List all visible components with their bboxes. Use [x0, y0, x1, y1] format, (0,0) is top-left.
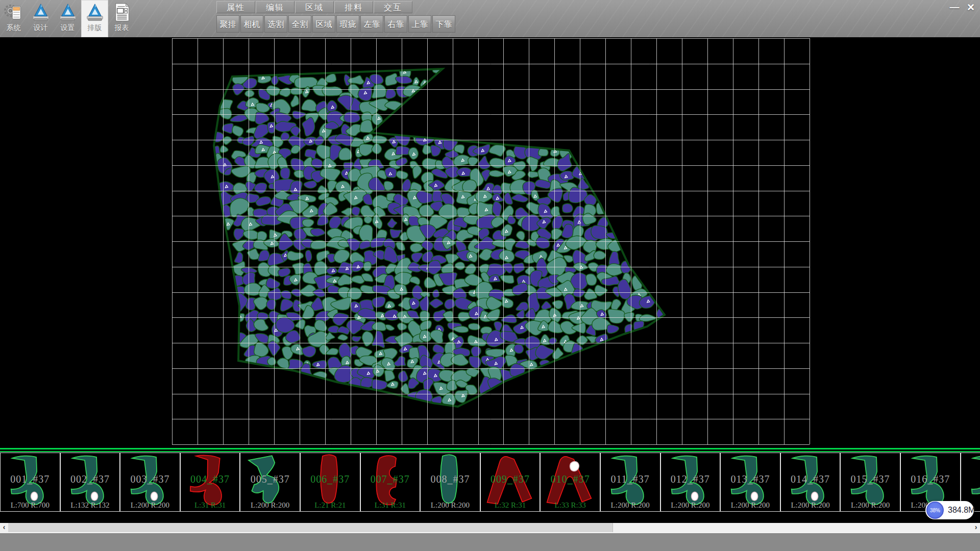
app-tab[interactable]: 设计: [27, 0, 54, 37]
settings-icon: [58, 1, 78, 23]
thumbnail-lr: L:200 R:200: [841, 501, 900, 510]
app-tab[interactable]: 设置: [54, 0, 81, 37]
thumbnail-cell[interactable]: 005_#37L:200 R:200: [240, 453, 300, 512]
thumbnail-lr: L:200 R:200: [240, 501, 300, 510]
thumbnail-lr: L:200 R:200: [421, 501, 480, 510]
horizontal-scrollbar[interactable]: ‹ ›: [0, 523, 980, 532]
app-tab-label: 设置: [61, 23, 75, 33]
thumbnail-label: 004_#37: [181, 473, 240, 485]
memory-percent: 38%: [930, 508, 940, 513]
report-icon: [112, 1, 132, 23]
window-controls: — ✕: [946, 1, 979, 14]
close-icon: ✕: [967, 2, 975, 13]
toolbar-button[interactable]: 聚排: [216, 15, 239, 33]
thumbnail-lr: L:132 R:132: [61, 501, 120, 510]
nesting-icon: [85, 1, 105, 23]
thumbnail-cell[interactable]: 011_#37L:200 R:200: [600, 453, 660, 512]
toolbar-button[interactable]: 区域: [312, 15, 335, 33]
close-button[interactable]: ✕: [963, 1, 979, 14]
thumbnail-cell[interactable]: 012_#37L:200 R:200: [660, 453, 721, 512]
thumbnail-cell[interactable]: 004_#37L:31 R:31: [180, 453, 240, 512]
nest-canvas[interactable]: [0, 37, 980, 448]
app-tab-label: 报表: [115, 23, 129, 33]
thumbnail-cell[interactable]: 002_#37L:132 R:132: [60, 453, 120, 512]
scrollbar-thumb[interactable]: [612, 523, 972, 532]
toolbar-button[interactable]: 左靠: [360, 15, 383, 33]
toolbar-button[interactable]: 相机: [240, 15, 263, 33]
thumbnail-label: 011_#37: [601, 473, 660, 485]
thumbnail-cell[interactable]: 013_#37L:200 R:200: [720, 453, 780, 512]
thumbnail-label: 003_#37: [120, 473, 180, 485]
toolbar-button[interactable]: 右靠: [384, 15, 407, 33]
toolbar: 聚排相机选割全割区域瑕疵左靠右靠上靠下靠: [216, 15, 456, 33]
app-tab-label: 排版: [88, 23, 102, 33]
strip-top-border: [0, 448, 980, 453]
scroll-left-button[interactable]: ‹: [0, 523, 8, 532]
toolbar-button[interactable]: 下靠: [432, 15, 455, 33]
thumbnail-label: 009_#37: [481, 473, 540, 485]
menu-tab[interactable]: 交互: [374, 1, 412, 13]
thumbnail-label: 001_#37: [1, 473, 60, 485]
thumbnail-lr: L:31 R:31: [361, 501, 420, 510]
thumbnail-cell[interactable]: 010_#37L:33 R:33: [540, 453, 600, 512]
minimize-button[interactable]: —: [946, 1, 963, 14]
thumbnail-label: 016_#37: [901, 473, 960, 485]
thumbnail-label: 002_#37: [61, 473, 120, 485]
thumbnail-lr: L:200 R:200: [721, 501, 780, 510]
app-tab-label: 设计: [34, 23, 48, 33]
thumbnail-cell[interactable]: 015_#37L:200 R:200: [840, 453, 900, 512]
scroll-left-icon: ‹: [3, 523, 6, 531]
toolbar-button[interactable]: 全割: [288, 15, 311, 33]
memory-badge[interactable]: 38% 384.8M: [925, 501, 974, 519]
app-tab[interactable]: 报表: [108, 0, 135, 37]
app-tab[interactable]: 系统: [0, 0, 27, 37]
thumbnail-lr: L:200 R:200: [120, 501, 180, 510]
thumbnail-label: 012_#37: [661, 473, 720, 485]
thumbnail-label: 006_#37: [301, 473, 360, 485]
thumbnail-cell[interactable]: 009_#37L:32 R:31: [480, 453, 541, 512]
status-bar: [0, 532, 980, 551]
thumbnail-cell[interactable]: 006_#37L:21 R:21: [300, 453, 360, 512]
thumbnail-strip: 001_#37L:700 R:700002_#37L:132 R:132003_…: [0, 448, 980, 523]
thumbnail-label: 010_#37: [541, 473, 600, 485]
scroll-right-icon: ›: [975, 523, 977, 531]
thumbnail-cell[interactable]: 008_#37L:200 R:200: [420, 453, 480, 512]
thumbnail-lr: L:32 R:31: [481, 501, 540, 510]
toolbar-button[interactable]: 瑕疵: [336, 15, 359, 33]
thumbnail-label: 015_#37: [841, 473, 900, 485]
system-icon: [4, 1, 23, 23]
thumbnail-label: 005_#37: [240, 473, 300, 485]
memory-percent-circle: 38%: [926, 502, 944, 519]
thumbnail-lr: L:21 R:21: [301, 501, 360, 510]
app-tab-bar: 系统设计设置排版报表: [0, 0, 135, 37]
menu-tab[interactable]: 编辑: [256, 1, 295, 13]
toolbar-button[interactable]: 上靠: [408, 15, 431, 33]
thumbnail-lr: L:700 R:700: [1, 501, 60, 510]
thumbnail-lr: L:31 R:31: [181, 501, 240, 510]
menu-tab[interactable]: 排料: [334, 1, 373, 13]
design-icon: [31, 1, 51, 23]
nest-viewport[interactable]: [0, 37, 980, 448]
thumbnail-lr: L:200 R:200: [601, 501, 660, 510]
thumbnail-lr: L:200 R:200: [781, 501, 840, 510]
thumbnail-label: 014_#37: [781, 473, 840, 485]
menu-tab[interactable]: 属性: [216, 1, 255, 13]
thumbnail-cell[interactable]: 003_#37L:200 R:200: [120, 453, 180, 512]
thumbnail-cell[interactable]: 001_#37L:700 R:700: [0, 453, 60, 512]
thumbnail-cells: 001_#37L:700 R:700002_#37L:132 R:132003_…: [0, 453, 980, 512]
menu-tab-bar: 属性编辑区域排料交互: [216, 1, 413, 14]
thumbnail-label: 007_#37: [361, 473, 420, 485]
thumbnail-label: 013_#37: [721, 473, 780, 485]
scroll-right-button[interactable]: ›: [972, 523, 980, 532]
minimize-icon: —: [950, 2, 960, 13]
app-tab-label: 系统: [7, 23, 21, 33]
menu-tab[interactable]: 区域: [295, 1, 334, 13]
ribbon-bar: 系统设计设置排版报表 属性编辑区域排料交互 聚排相机选割全割区域瑕疵左靠右靠上靠…: [0, 0, 980, 37]
thumbnail-cell[interactable]: 014_#37L:200 R:200: [780, 453, 841, 512]
thumbnail-lr: L:200 R:200: [661, 501, 720, 510]
thumbnail-label: 008_#37: [421, 473, 480, 485]
memory-size: 384.8M: [948, 506, 975, 515]
app-tab[interactable]: 排版: [81, 0, 108, 37]
thumbnail-cell[interactable]: 007_#37L:31 R:31: [360, 453, 421, 512]
toolbar-button[interactable]: 选割: [264, 15, 287, 33]
